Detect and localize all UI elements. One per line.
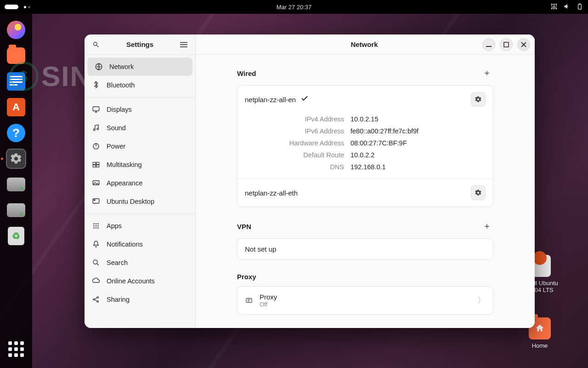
svg-rect-37 — [246, 299, 252, 303]
svg-rect-36 — [504, 42, 509, 47]
wired-conn2-settings-button[interactable] — [471, 185, 486, 200]
dock-firefox[interactable] — [6, 19, 27, 40]
svg-rect-3 — [554, 6, 555, 7]
proxy-title: Proxy — [260, 293, 277, 301]
wired-connection-1-details: IPv4 Address10.0.2.15 IPv6 Addressfe80::… — [237, 113, 493, 178]
svg-point-29 — [96, 227, 97, 229]
battery-icon[interactable] — [576, 3, 583, 12]
svg-point-28 — [93, 227, 95, 229]
wired-conn1-settings-button[interactable] — [471, 92, 486, 107]
svg-rect-1 — [554, 4, 555, 5]
sidebar-item-ubuntu-desktop[interactable]: Ubuntu Desktop — [85, 192, 195, 211]
network-status-icon[interactable] — [550, 3, 558, 12]
svg-point-33 — [97, 297, 98, 298]
proxy-icon — [245, 296, 253, 305]
svg-rect-0 — [551, 4, 553, 5]
wired-connection-2[interactable]: netplan-zz-all-eth — [237, 178, 493, 207]
svg-point-32 — [93, 299, 95, 300]
proxy-card[interactable]: Proxy Off 〉 — [237, 286, 493, 315]
sidebar-search-button[interactable] — [89, 38, 103, 52]
check-icon — [300, 94, 309, 104]
sidebar-item-bluetooth[interactable]: Bluetooth — [85, 76, 195, 94]
show-applications[interactable] — [6, 339, 27, 360]
wired-heading: Wired — [237, 69, 256, 77]
svg-rect-17 — [93, 165, 96, 167]
svg-point-27 — [97, 225, 99, 227]
svg-point-31 — [93, 260, 97, 264]
add-vpn-button[interactable] — [481, 220, 493, 233]
svg-rect-20 — [93, 199, 99, 203]
top-bar: Mar 27 20:37 — [0, 0, 588, 14]
svg-point-23 — [96, 223, 97, 224]
svg-rect-35 — [486, 46, 492, 47]
dock-software[interactable]: A — [6, 97, 27, 118]
sidebar-item-multitasking[interactable]: Multitasking — [85, 155, 195, 174]
svg-rect-16 — [96, 162, 99, 165]
svg-rect-2 — [555, 4, 557, 5]
sidebar-item-displays[interactable]: Displays — [85, 100, 195, 119]
sidebar-item-notifications[interactable]: Notifications — [85, 235, 195, 253]
sidebar-item-online-accounts[interactable]: Online Accounts — [85, 272, 195, 290]
wired-connection-1[interactable]: netplan-zz-all-en — [237, 86, 493, 113]
svg-rect-15 — [93, 162, 96, 165]
proxy-heading: Proxy — [237, 273, 256, 281]
svg-point-25 — [93, 225, 95, 227]
svg-rect-4 — [551, 8, 553, 9]
dock-help[interactable]: ? — [6, 122, 27, 144]
content-title: Network — [246, 40, 482, 48]
svg-point-13 — [97, 128, 99, 130]
settings-window: Settings Network Bluetooth Displays Soun… — [85, 34, 535, 328]
dock-drive-2[interactable] — [6, 200, 27, 221]
window-close-button[interactable] — [517, 38, 530, 51]
sidebar-title: Settings — [103, 40, 177, 48]
vpn-card: Not set up — [237, 238, 493, 260]
proxy-state: Off — [260, 301, 277, 308]
svg-rect-9 — [180, 46, 187, 47]
svg-rect-18 — [96, 165, 99, 167]
sidebar-item-search[interactable]: Search — [85, 253, 195, 272]
svg-rect-5 — [554, 8, 555, 9]
sidebar-hamburger-button[interactable] — [177, 38, 191, 52]
dock-drive-1[interactable] — [6, 174, 27, 195]
activities-pill[interactable] — [5, 5, 18, 9]
vpn-empty-label: Not set up — [245, 245, 276, 253]
sidebar-item-power[interactable]: Power — [85, 137, 195, 155]
sidebar-item-apps[interactable]: Apps — [85, 217, 195, 235]
clock[interactable]: Mar 27 20:37 — [277, 4, 312, 11]
svg-rect-21 — [94, 200, 96, 201]
dock-trash[interactable]: ♻ — [6, 225, 27, 247]
chevron-right-icon: 〉 — [477, 295, 486, 306]
settings-content: Network Wired netplan-zz-all-en — [196, 34, 535, 328]
svg-point-22 — [93, 223, 95, 224]
vpn-heading: VPN — [237, 223, 251, 230]
dock-settings[interactable] — [6, 148, 27, 169]
settings-sidebar: Settings Network Bluetooth Displays Soun… — [85, 34, 196, 328]
svg-point-26 — [96, 225, 97, 227]
svg-point-24 — [97, 223, 99, 224]
svg-point-34 — [97, 301, 98, 302]
svg-point-12 — [93, 129, 95, 131]
add-wired-button[interactable] — [481, 67, 493, 80]
svg-rect-8 — [180, 44, 187, 45]
svg-rect-11 — [93, 107, 99, 111]
sidebar-item-sharing[interactable]: Sharing — [85, 290, 195, 309]
sidebar-item-sound[interactable]: Sound — [85, 119, 195, 137]
wired-card: netplan-zz-all-en IPv4 Address10.0.2.15 … — [237, 85, 493, 207]
sidebar-item-network[interactable]: Network — [87, 58, 192, 76]
svg-rect-7 — [180, 42, 187, 43]
svg-rect-6 — [555, 8, 557, 9]
window-maximize-button[interactable] — [500, 38, 513, 51]
volume-icon[interactable] — [563, 3, 571, 12]
window-minimize-button[interactable] — [482, 38, 495, 51]
svg-point-30 — [97, 227, 99, 229]
sidebar-item-appearance[interactable]: Appearance — [85, 174, 195, 192]
